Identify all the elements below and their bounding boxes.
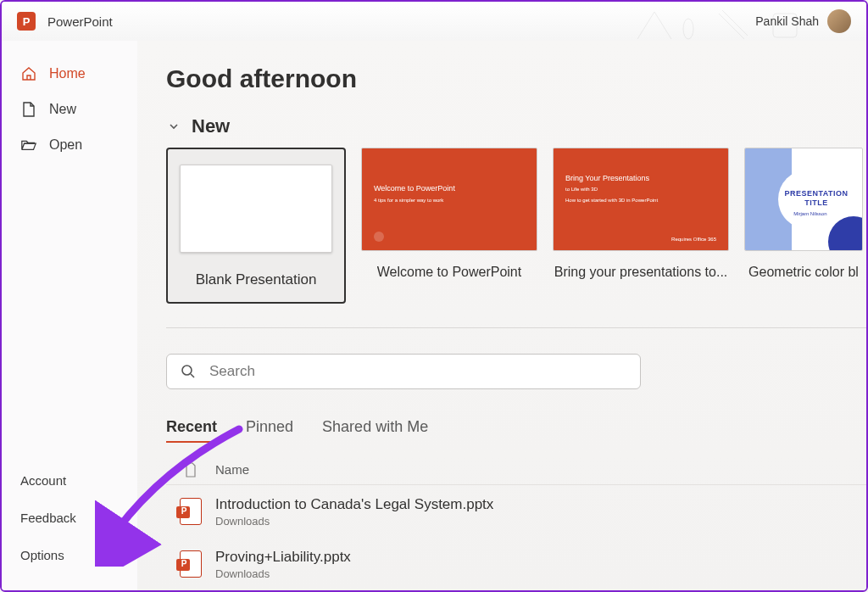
new-section-title: New: [192, 115, 230, 137]
backstage-sidebar: Home New Open Ac: [2, 41, 137, 590]
template-bring-presentations-3d[interactable]: Bring Your Presentations to Life with 3D…: [553, 148, 729, 304]
sidebar-item-options[interactable]: Options: [2, 536, 137, 573]
tab-recent[interactable]: Recent: [166, 418, 217, 443]
recent-file-row[interactable]: Proving+Liability.pptx Downloads 12/9/: [166, 538, 866, 590]
thumb-text: PRESENTATION TITLE: [784, 189, 848, 208]
search-box[interactable]: [166, 354, 641, 389]
template-gallery: Blank Presentation Welcome to PowerPoint…: [166, 148, 866, 319]
sidebar-item-feedback[interactable]: Feedback: [2, 499, 137, 536]
thumb-text: How to get started with 3D in PowerPoint: [565, 198, 658, 203]
template-label: Bring your presentations to...: [554, 265, 728, 280]
recent-file-row[interactable]: Introduction to Canada's Legal System.pp…: [166, 485, 866, 538]
file-generic-icon: [185, 462, 197, 478]
home-icon: [20, 65, 37, 82]
sidebar-item-open[interactable]: Open: [2, 127, 137, 163]
thumb-text: to Life with 3D: [565, 187, 598, 192]
template-welcome-to-powerpoint[interactable]: Welcome to PowerPoint 4 tips for a simpl…: [361, 148, 537, 304]
tab-shared-with-me[interactable]: Shared with Me: [322, 418, 428, 443]
template-thumb: PRESENTATION TITLE Mirjam Nilsson: [744, 148, 863, 251]
template-thumb: Bring Your Presentations to Life with 3D…: [553, 148, 729, 251]
sidebar-item-label: Home: [49, 66, 86, 81]
thumb-text: Requires Office 365: [671, 237, 716, 242]
title-bar: PowerPoint Pankil Shah: [2, 2, 866, 41]
template-label: Welcome to PowerPoint: [377, 265, 521, 280]
file-list-header: Name Date: [166, 455, 866, 485]
sidebar-item-label: Account: [20, 473, 66, 488]
user-name[interactable]: Pankil Shah: [755, 14, 819, 28]
thumb-text: Welcome to PowerPoint: [374, 184, 455, 193]
sidebar-item-label: Feedback: [20, 511, 76, 525]
column-name[interactable]: Name: [215, 462, 866, 477]
search-input[interactable]: [208, 362, 626, 381]
app-title: PowerPoint: [47, 14, 113, 29]
thumb-text: Bring Your Presentations: [565, 174, 649, 182]
sidebar-item-new[interactable]: New: [2, 92, 137, 127]
sidebar-item-label: Options: [20, 548, 64, 562]
pptx-file-icon: [180, 498, 202, 525]
folder-open-icon: [20, 137, 37, 154]
pptx-file-icon: [180, 550, 202, 578]
collapse-new-section[interactable]: [166, 119, 181, 134]
powerpoint-app-icon: [17, 12, 36, 31]
tab-pinned[interactable]: Pinned: [246, 418, 293, 443]
file-name: Introduction to Canada's Legal System.pp…: [215, 496, 866, 513]
template-thumb: [180, 165, 332, 253]
greeting-heading: Good afternoon: [166, 64, 866, 93]
file-location: Downloads: [215, 567, 866, 580]
backstage-main: Good afternoon New Blank Presentation: [137, 41, 866, 590]
file-name: Proving+Liability.pptx: [215, 549, 866, 566]
template-label: Blank Presentation: [196, 271, 317, 288]
recent-tabs: Recent Pinned Shared with Me: [166, 418, 866, 443]
sidebar-item-home[interactable]: Home: [2, 56, 137, 92]
template-blank-presentation[interactable]: Blank Presentation: [166, 148, 346, 304]
user-avatar[interactable]: [827, 9, 851, 33]
sidebar-item-account[interactable]: Account: [2, 461, 137, 499]
thumb-text: Mirjam Nilsson: [793, 211, 826, 216]
sidebar-item-label: New: [49, 102, 76, 117]
file-location: Downloads: [215, 515, 866, 528]
template-geometric-color-block[interactable]: PRESENTATION TITLE Mirjam Nilsson Geomet…: [744, 148, 863, 304]
template-label: Geometric color bl: [748, 265, 859, 280]
thumb-text: 4 tips for a simpler way to work: [374, 198, 443, 203]
sidebar-item-label: Open: [49, 137, 82, 153]
template-thumb: Welcome to PowerPoint 4 tips for a simpl…: [361, 148, 537, 251]
search-icon: [181, 364, 196, 379]
section-divider: [166, 327, 866, 328]
svg-point-2: [182, 366, 192, 375]
new-file-icon: [20, 101, 37, 118]
